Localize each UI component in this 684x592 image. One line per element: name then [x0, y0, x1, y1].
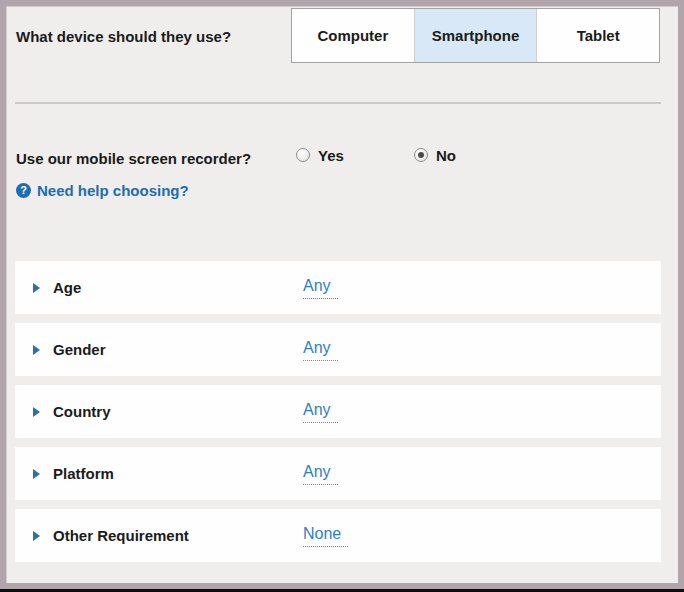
device-question-label: What device should they use? [16, 28, 231, 45]
section-divider [15, 102, 661, 104]
device-button-smartphone[interactable]: Smartphone [414, 9, 537, 62]
filter-row-gender[interactable]: Gender Any [15, 323, 661, 376]
filter-value-link[interactable]: Any [303, 277, 338, 299]
filter-row-age[interactable]: Age Any [15, 261, 661, 314]
question-circle-icon: ? [16, 183, 31, 198]
filter-label: Age [53, 279, 81, 296]
filter-rows-list: Age Any Gender Any Country Any Platform … [15, 261, 661, 562]
help-link-label: Need help choosing? [37, 182, 189, 199]
filter-label: Gender [53, 341, 106, 358]
filter-label: Other Requirement [53, 527, 189, 544]
filter-value-link[interactable]: Any [303, 401, 338, 423]
radio-yes-label: Yes [318, 147, 344, 164]
expand-triangle-icon[interactable] [33, 283, 40, 293]
radio-no-label: No [436, 147, 456, 164]
expand-triangle-icon[interactable] [33, 531, 40, 541]
recorder-option-yes[interactable]: Yes [296, 146, 344, 164]
filter-row-country[interactable]: Country Any [15, 385, 661, 438]
device-button-tablet[interactable]: Tablet [536, 9, 659, 62]
filter-value-link[interactable]: None [303, 525, 348, 547]
filter-row-other-requirement[interactable]: Other Requirement None [15, 509, 661, 562]
help-link[interactable]: ? Need help choosing? [16, 182, 189, 199]
recorder-question-label: Use our mobile screen recorder? [16, 150, 251, 167]
expand-triangle-icon[interactable] [33, 407, 40, 417]
expand-triangle-icon[interactable] [33, 469, 40, 479]
page: What device should they use? Computer Sm… [0, 0, 684, 592]
filter-value-link[interactable]: Any [303, 339, 338, 361]
device-button-group: Computer Smartphone Tablet [291, 8, 660, 63]
filter-row-platform[interactable]: Platform Any [15, 447, 661, 500]
filter-value-link[interactable]: Any [303, 463, 338, 485]
filter-label: Country [53, 403, 111, 420]
device-button-computer[interactable]: Computer [292, 9, 414, 62]
form-panel: What device should they use? Computer Sm… [0, 0, 684, 589]
radio-no-icon[interactable] [414, 148, 428, 162]
filter-label: Platform [53, 465, 114, 482]
expand-triangle-icon[interactable] [33, 345, 40, 355]
radio-yes-icon[interactable] [296, 148, 310, 162]
recorder-option-no[interactable]: No [414, 146, 456, 164]
